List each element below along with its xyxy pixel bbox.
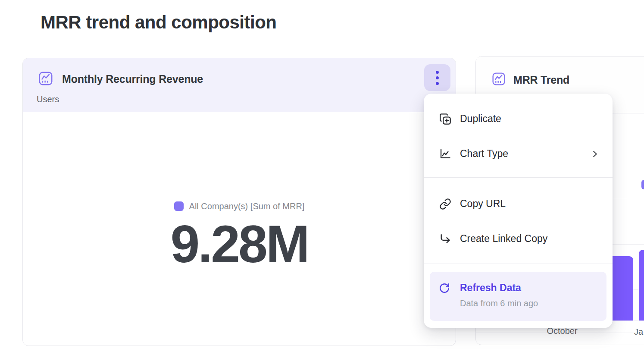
refresh-icon: [439, 283, 450, 294]
menu-divider: [424, 177, 613, 178]
menu-item-duplicate[interactable]: Duplicate: [424, 101, 613, 136]
mrr-card-title: Monthly Recurring Revenue: [62, 73, 203, 85]
bar-january[interactable]: [639, 250, 644, 321]
menu-item-refresh-data[interactable]: Refresh Data Data from 6 min ago: [430, 272, 606, 321]
refresh-label: Refresh Data: [460, 282, 521, 294]
chevron-right-icon: [590, 149, 600, 159]
mrr-trend-card-title: MRR Trend: [513, 74, 569, 86]
kpi-content: All Company(s) [Sum of MRR] 9.28M: [23, 112, 456, 346]
card-context-menu: Duplicate Chart Type Copy URL: [424, 94, 613, 328]
menu-divider: [424, 264, 613, 264]
refresh-timestamp: Data from 6 min ago: [460, 299, 538, 308]
chart-type-icon: [439, 148, 452, 160]
mrr-card-header: Monthly Recurring Revenue Users: [23, 58, 456, 112]
menu-item-label: Copy URL: [460, 198, 506, 210]
line-chart-badge-icon: [492, 72, 506, 86]
mrr-card-subtitle: Users: [37, 94, 59, 104]
menu-item-label: Create Linked Copy: [460, 233, 547, 245]
corner-down-right-icon: [439, 233, 452, 245]
kpi-value: 9.28M: [170, 214, 308, 274]
kpi-legend: All Company(s) [Sum of MRR]: [174, 201, 305, 211]
menu-item-chart-type[interactable]: Chart Type: [424, 136, 613, 171]
card-menu-button[interactable]: [424, 64, 450, 91]
menu-item-label: Chart Type: [460, 148, 508, 160]
monthly-recurring-revenue-card: Monthly Recurring Revenue Users All Comp…: [22, 58, 456, 346]
link-icon: [439, 198, 452, 211]
x-tick-january: Ja: [634, 327, 643, 337]
menu-item-label: Duplicate: [460, 113, 501, 125]
line-chart-badge-icon: [38, 71, 53, 86]
page-title: MRR trend and composition: [41, 12, 277, 33]
menu-item-copy-url[interactable]: Copy URL: [424, 186, 613, 221]
menu-item-create-linked-copy[interactable]: Create Linked Copy: [424, 221, 613, 256]
kebab-icon: [436, 71, 439, 74]
legend-swatch: [174, 201, 184, 211]
legend-swatch: [641, 180, 644, 189]
legend-label: All Company(s) [Sum of MRR]: [189, 201, 305, 211]
duplicate-icon: [439, 113, 452, 126]
